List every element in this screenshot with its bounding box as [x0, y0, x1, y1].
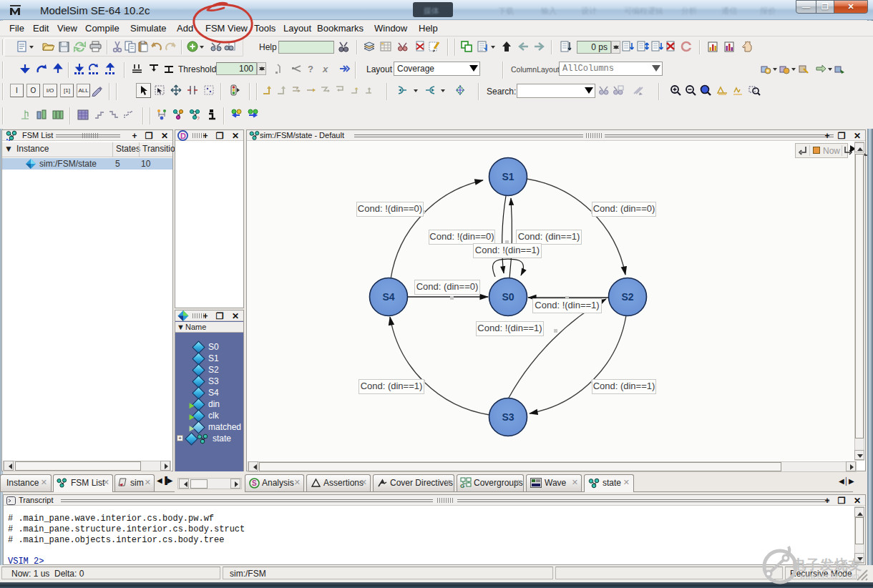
svg-text:S1: S1 [502, 171, 514, 182]
svg-text:S3: S3 [502, 411, 514, 423]
svg-text:S0: S0 [502, 291, 514, 303]
svg-text:x: x [322, 64, 328, 74]
svg-text:?: ? [197, 116, 200, 121]
svg-text:www.elecfans.com: www.elecfans.com [799, 572, 859, 580]
svg-text:S2: S2 [621, 291, 633, 303]
svg-text:D: D [180, 132, 186, 140]
svg-text:S: S [252, 479, 257, 487]
svg-text:电子发烧友: 电子发烧友 [792, 557, 862, 572]
svg-text:S4: S4 [382, 291, 394, 303]
svg-text:?: ? [308, 64, 313, 74]
